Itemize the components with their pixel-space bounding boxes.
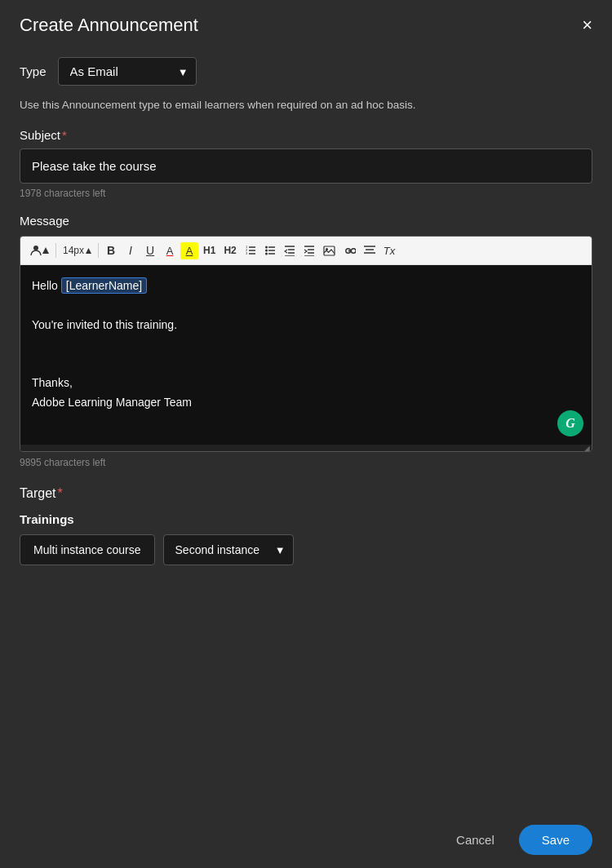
modal-body: Type As Email As Notification As Both ▼ …	[0, 49, 612, 812]
instance-select-wrapper: First instance Second instance Third ins…	[163, 534, 294, 565]
toolbar-divider-1	[55, 243, 56, 258]
trainings-row: Multi instance course First instance Sec…	[20, 534, 592, 565]
rich-text-editor: 14px B I U	[20, 236, 592, 452]
subject-char-count: 1978 characters left	[20, 188, 592, 199]
modal-header: Create Announcement ×	[0, 0, 612, 49]
subject-required-star: *	[62, 128, 67, 142]
training-course-tag: Multi instance course	[20, 534, 155, 565]
message-signature-line1: Thanks,	[32, 374, 580, 393]
svg-point-7	[265, 246, 268, 249]
ordered-list-button[interactable]: 1 2 3	[242, 242, 259, 259]
svg-text:3: 3	[246, 251, 248, 255]
subject-input[interactable]	[20, 148, 592, 184]
create-announcement-modal: Create Announcement × Type As Email As N…	[0, 0, 612, 868]
clear-format-button[interactable]: Tx	[380, 242, 398, 259]
message-char-count: 9895 characters left	[20, 457, 592, 468]
type-label: Type	[20, 64, 47, 78]
editor-content-area[interactable]: Hello [LearnerName] You're invited to th…	[20, 265, 592, 445]
editor-toolbar: 14px B I U	[20, 237, 592, 265]
svg-point-9	[265, 253, 268, 255]
bold-button[interactable]: B	[102, 241, 120, 259]
learner-name-tag: [LearnerName]	[61, 277, 147, 294]
message-greeting-line: Hello [LearnerName]	[32, 277, 580, 296]
target-required-star: *	[57, 486, 62, 500]
resize-icon: ◢	[583, 444, 590, 453]
message-body-line: You're invited to this training.	[32, 316, 580, 335]
h1-button[interactable]: H1	[200, 242, 219, 259]
editor-resize-handle[interactable]: ◢	[20, 445, 592, 451]
insert-image-button[interactable]	[320, 243, 339, 259]
instance-select[interactable]: First instance Second instance Third ins…	[163, 534, 294, 565]
message-field: Message 14px	[20, 214, 592, 468]
trainings-label: Trainings	[20, 512, 592, 526]
cancel-button[interactable]: Cancel	[443, 825, 508, 855]
grammarly-button[interactable]: G	[557, 410, 583, 436]
indent-decrease-button[interactable]	[281, 242, 299, 259]
svg-point-22	[326, 248, 328, 250]
svg-point-0	[33, 246, 38, 250]
type-row: Type As Email As Notification As Both ▼	[20, 57, 592, 86]
italic-button[interactable]: I	[122, 241, 140, 259]
greeting-text: Hello	[32, 279, 61, 292]
close-button[interactable]: ×	[582, 16, 592, 34]
subject-field: Subject* 1978 characters left	[20, 128, 592, 199]
insert-link-button[interactable]	[340, 243, 359, 259]
message-signature-line2: Adobe Learning Manager Team	[32, 393, 580, 413]
font-size-button[interactable]: 14px	[60, 242, 95, 259]
toolbar-divider-2	[98, 243, 99, 258]
grammarly-icon: G	[565, 416, 575, 431]
target-field: Target* Trainings Multi instance course …	[20, 486, 592, 565]
highlight-button[interactable]: A	[180, 242, 198, 259]
type-select[interactable]: As Email As Notification As Both	[58, 57, 197, 86]
font-color-button[interactable]: A	[161, 242, 179, 259]
h2-button[interactable]: H2	[220, 242, 239, 259]
svg-point-8	[265, 250, 268, 252]
subject-label: Subject*	[20, 128, 592, 142]
type-select-wrapper: As Email As Notification As Both ▼	[58, 57, 197, 86]
modal-title: Create Announcement	[20, 15, 198, 36]
save-button[interactable]: Save	[519, 825, 592, 855]
underline-button[interactable]: U	[141, 241, 159, 259]
unordered-list-button[interactable]	[261, 242, 279, 259]
announcement-description: Use this Announcement type to email lear…	[20, 97, 592, 113]
message-label: Message	[20, 214, 592, 228]
target-label: Target*	[20, 486, 592, 501]
modal-footer: Cancel Save	[0, 812, 612, 868]
align-button[interactable]	[361, 243, 379, 258]
indent-increase-button[interactable]	[300, 242, 318, 259]
font-family-button[interactable]	[27, 242, 52, 259]
